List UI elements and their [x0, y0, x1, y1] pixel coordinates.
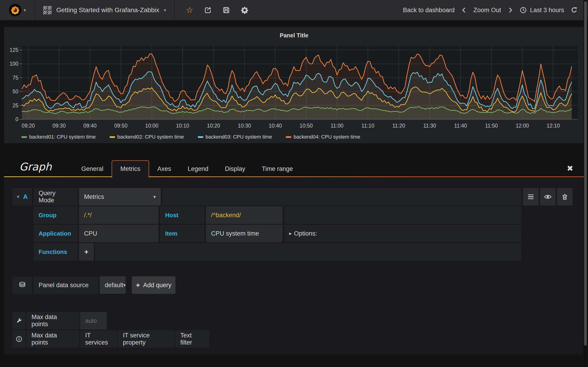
tab-axes[interactable]: Axes — [149, 161, 179, 177]
chevron-right-icon — [507, 7, 513, 13]
legend-item[interactable]: backend04: CPU system time — [286, 134, 360, 140]
tab-display[interactable]: Display — [216, 161, 254, 177]
query-ref-letter[interactable]: A — [23, 193, 27, 200]
page-scrollbar — [583, 0, 588, 367]
metrics-tab-content: ▾ A Query Mode Metrics ▾ Group /.*/ Host… — [4, 177, 584, 354]
help-item-max-data-points[interactable]: Max data points — [26, 330, 79, 348]
query-mode-label: Query Mode — [34, 188, 78, 206]
application-value-field[interactable]: CPU — [79, 225, 158, 242]
scrollbar-thumb[interactable] — [584, 1, 587, 346]
svg-text:11:00: 11:00 — [330, 123, 343, 129]
max-data-points-icon-cell — [13, 312, 26, 329]
eye-icon — [544, 193, 552, 201]
svg-text:09:40: 09:40 — [83, 123, 97, 129]
dashboard-title-picker[interactable]: Getting Started with Grafana-Zabbix ▾ — [35, 0, 175, 20]
item-value-field[interactable]: CPU system time — [206, 225, 283, 242]
svg-text:10:10: 10:10 — [176, 123, 189, 129]
query-mode-value: Metrics — [84, 193, 104, 200]
group-value-field[interactable]: /.*/ — [79, 206, 158, 224]
help-item-it-service-property[interactable]: IT service property — [118, 330, 174, 348]
svg-text:75: 75 — [12, 75, 18, 81]
grafana-logo-menu[interactable]: ▾ — [0, 0, 35, 20]
svg-text:09:30: 09:30 — [52, 123, 66, 129]
zoom-out-button[interactable]: Zoom Out — [473, 7, 501, 14]
host-value-field[interactable]: /^backend/ — [206, 206, 283, 224]
tab-metrics[interactable]: Metrics — [112, 160, 149, 178]
menu-icon — [528, 194, 534, 199]
add-query-button[interactable]: + Add query — [132, 276, 175, 294]
options-caret-icon: ▸ — [289, 231, 292, 236]
grafana-logo-icon — [9, 3, 22, 17]
dashboard-actions: ☆ — [175, 6, 259, 14]
panel-datasource-select[interactable]: default ▾ — [100, 276, 126, 294]
tab-time-range[interactable]: Time range — [254, 161, 301, 177]
query-menu-button[interactable] — [523, 188, 539, 206]
legend-item[interactable]: backend01: CPU system time — [21, 134, 96, 140]
legend-item[interactable]: backend03: CPU system time — [198, 134, 272, 140]
legend-label: backend04: CPU system time — [294, 134, 360, 140]
panel-datasource-label: Panel data source — [34, 276, 98, 294]
svg-text:12:00: 12:00 — [516, 123, 529, 129]
time-range-picker[interactable]: Last 3 hours — [520, 7, 564, 14]
host-label: Host — [160, 206, 204, 224]
timeseries-chart[interactable]: 09:2009:3009:4009:5010:0010:1010:2010:30… — [4, 44, 584, 133]
options-cell[interactable]: ▸ Options: — [284, 225, 521, 242]
refresh-button[interactable] — [571, 6, 578, 14]
time-shift-forward-button[interactable] — [507, 7, 513, 13]
svg-text:10:20: 10:20 — [207, 123, 220, 129]
tab-legend[interactable]: Legend — [179, 161, 216, 177]
title-caret-icon: ▾ — [164, 8, 166, 12]
add-function-button[interactable]: + — [79, 243, 94, 261]
legend-label: backend02: CPU system time — [117, 134, 184, 140]
svg-text:09:20: 09:20 — [22, 123, 35, 129]
panel-datasource-value: default — [105, 282, 123, 289]
legend-label: backend03: CPU system time — [206, 134, 272, 140]
dropdown-caret-icon: ▾ — [123, 282, 126, 288]
help-item-text-filter[interactable]: Text filter — [175, 330, 209, 348]
legend-color-dash — [198, 136, 203, 138]
share-button[interactable] — [204, 6, 212, 14]
help-icon-cell[interactable] — [13, 330, 26, 348]
navbar-right-controls: Back to dashboard Zoom Out Last 3 hours — [403, 6, 588, 14]
svg-text:10:40: 10:40 — [269, 123, 282, 129]
star-button[interactable]: ☆ — [186, 6, 193, 14]
database-icon — [18, 281, 26, 289]
info-icon — [16, 336, 22, 342]
back-to-dashboard-button[interactable]: Back to dashboard — [403, 7, 455, 14]
legend-item[interactable]: backend02: CPU system time — [110, 134, 184, 140]
dashboard-title: Getting Started with Grafana-Zabbix — [56, 6, 159, 14]
item-label: Item — [160, 225, 204, 242]
time-shift-back-button[interactable] — [461, 7, 467, 13]
legend-label: backend01: CPU system time — [29, 134, 96, 140]
svg-text:125: 125 — [10, 47, 18, 53]
chart-legend: backend01: CPU system time backend02: CP… — [21, 134, 360, 140]
svg-text:100: 100 — [10, 61, 18, 67]
max-data-points-input[interactable] — [85, 312, 102, 329]
svg-text:11:40: 11:40 — [454, 123, 467, 129]
query-ref-cell: ▾ A — [13, 188, 32, 206]
svg-text:25: 25 — [12, 102, 18, 108]
refresh-icon — [571, 6, 578, 14]
svg-text:11:30: 11:30 — [423, 123, 436, 129]
panel-editor-header: Graph General Metrics Axes Legend Displa… — [4, 158, 584, 177]
svg-text:11:10: 11:10 — [362, 123, 374, 129]
add-query-label: Add query — [143, 282, 171, 289]
query-toggle-visibility-button[interactable] — [540, 188, 556, 206]
options-label: Options: — [294, 230, 317, 237]
share-icon — [204, 6, 212, 14]
query-collapse-caret-icon[interactable]: ▾ — [17, 194, 19, 200]
tab-general[interactable]: General — [73, 161, 112, 177]
application-label: Application — [34, 225, 78, 242]
settings-button[interactable] — [241, 6, 249, 14]
save-button[interactable] — [222, 6, 230, 14]
query-delete-button[interactable] — [557, 188, 573, 206]
svg-text:09:50: 09:50 — [114, 123, 128, 129]
close-editor-icon[interactable]: ✖ — [567, 164, 573, 173]
wrench-icon — [16, 317, 22, 324]
help-item-it-services[interactable]: IT services — [80, 330, 117, 348]
max-data-points-input-cell[interactable] — [80, 312, 107, 329]
panel-title[interactable]: Panel Title — [4, 27, 584, 39]
query-mode-select[interactable]: Metrics ▾ — [79, 188, 161, 206]
time-range-label: Last 3 hours — [530, 7, 564, 14]
svg-text:10:30: 10:30 — [238, 123, 251, 129]
